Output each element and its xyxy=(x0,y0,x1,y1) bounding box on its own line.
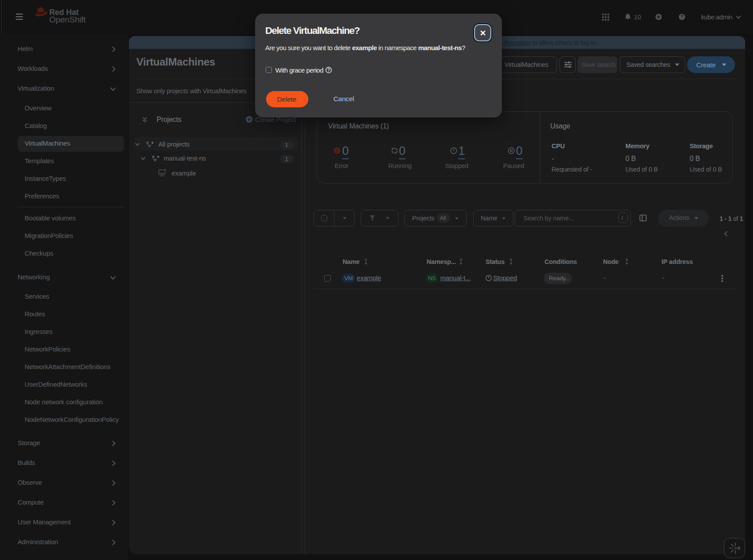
svg-text:?: ? xyxy=(681,15,684,19)
svg-text:?: ? xyxy=(327,68,330,73)
